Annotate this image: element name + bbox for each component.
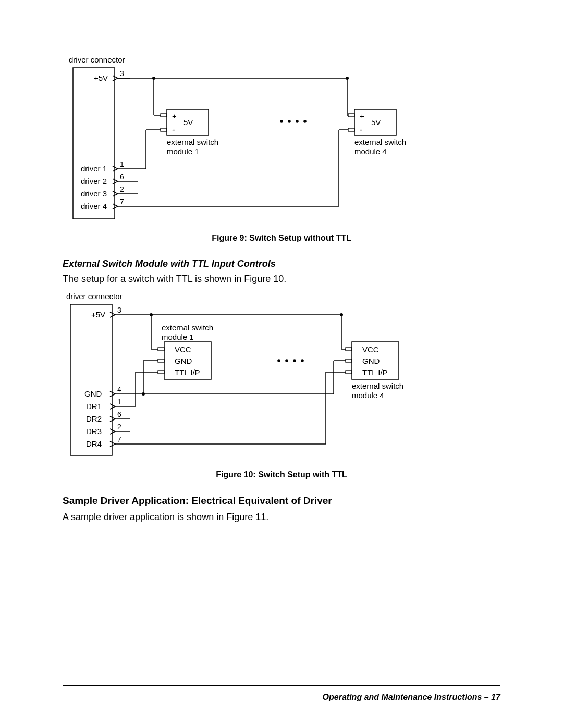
- figure-10-svg: driver connector +5V 3 external switch m…: [63, 289, 438, 461]
- label-driver4: driver 4: [81, 202, 107, 211]
- f10-dr3: DR3: [86, 427, 102, 436]
- figure-9-caption: Figure 9: Switch Setup without TTL: [63, 233, 500, 243]
- label-pin3: 3: [120, 69, 124, 78]
- f10-extmod1-l1: external switch: [162, 323, 213, 332]
- svg-rect-7: [161, 114, 167, 117]
- svg-rect-33: [158, 348, 164, 351]
- section-sample-text: A sample driver application is shown in …: [63, 512, 500, 523]
- svg-point-13: [288, 120, 291, 123]
- f10-dr2: DR2: [86, 414, 102, 423]
- f10-extmod1-l2: module 1: [162, 332, 194, 341]
- label-extmod4-l2: module 4: [354, 147, 387, 156]
- svg-point-15: [303, 120, 307, 123]
- svg-rect-20: [348, 128, 354, 131]
- f10-vcc1: VCC: [175, 345, 191, 354]
- figure-9: driver connector +5V 3 + 5V - external s…: [63, 52, 500, 226]
- svg-rect-50: [346, 371, 352, 374]
- figure-9-svg: driver connector +5V 3 + 5V - external s…: [63, 52, 438, 224]
- label-extmod1-l1: external switch: [167, 138, 218, 146]
- section-sample-title: Sample Driver Application: Electrical Eq…: [63, 495, 500, 507]
- label-plus-1: +: [172, 112, 177, 120]
- page: driver connector +5V 3 + 5V - external s…: [0, 0, 563, 728]
- footer-text: Operating and Maintenance Instructions –…: [323, 693, 500, 702]
- label-plus5v: +5V: [94, 73, 108, 82]
- svg-point-40: [277, 359, 280, 362]
- f10-pin4: 4: [117, 385, 121, 393]
- f10-pin3: 3: [117, 306, 121, 314]
- label-pin7: 7: [120, 198, 124, 206]
- label-5v-4: 5V: [371, 118, 381, 127]
- f10-dr1: DR1: [86, 402, 102, 411]
- label-extmod1-l2: module 1: [167, 147, 199, 156]
- f10-extmod4-l1: external switch: [352, 381, 403, 390]
- svg-rect-45: [346, 348, 352, 351]
- label-minus-1: -: [172, 125, 175, 134]
- label-5v-1: 5V: [183, 118, 193, 127]
- label-pin6: 6: [120, 172, 124, 181]
- f10-gnd-left: GND: [84, 389, 102, 398]
- f10-ttlip4: TTL I/P: [362, 368, 388, 377]
- label-driver2: driver 2: [81, 177, 107, 186]
- label-plus-4: +: [360, 112, 364, 120]
- f10-pin6: 6: [117, 410, 121, 418]
- svg-point-14: [296, 120, 299, 123]
- svg-rect-36: [158, 359, 164, 362]
- f10-pin1: 1: [117, 398, 121, 406]
- f10-pin7: 7: [117, 435, 121, 443]
- f10-gnd1: GND: [175, 356, 192, 365]
- svg-point-42: [293, 359, 296, 362]
- label-driver3: driver 3: [81, 189, 107, 198]
- figure-10: driver connector +5V 3 external switch m…: [63, 289, 500, 463]
- f10-pin2: 2: [117, 423, 121, 431]
- label-pin2: 2: [120, 185, 124, 193]
- section-ttl-title: External Switch Module with TTL Input Co…: [63, 258, 500, 269]
- label-driver-connector: driver connector: [69, 55, 125, 64]
- f10-vcc4: VCC: [362, 345, 379, 354]
- label-minus-4: -: [360, 125, 363, 134]
- svg-rect-48: [346, 359, 352, 362]
- label-driver1: driver 1: [81, 164, 107, 173]
- svg-point-41: [285, 359, 288, 362]
- f10-driver-connector: driver connector: [66, 292, 123, 301]
- footer-rule: [63, 685, 500, 686]
- figure-10-caption: Figure 10: Switch Setup with TTL: [63, 470, 500, 479]
- f10-plus5v: +5V: [91, 310, 105, 319]
- section-ttl-text: The setup for a switch with TTL is shown…: [63, 274, 500, 285]
- svg-rect-38: [158, 371, 164, 374]
- f10-gnd4: GND: [362, 356, 380, 365]
- svg-point-43: [301, 359, 304, 362]
- f10-ttlip1: TTL I/P: [175, 368, 200, 377]
- svg-rect-17: [348, 114, 354, 117]
- svg-point-12: [280, 120, 283, 123]
- label-extmod4-l1: external switch: [354, 138, 406, 146]
- label-pin1: 1: [120, 160, 124, 168]
- f10-dr4: DR4: [86, 439, 102, 448]
- svg-rect-10: [161, 128, 167, 131]
- f10-extmod4-l2: module 4: [352, 391, 384, 400]
